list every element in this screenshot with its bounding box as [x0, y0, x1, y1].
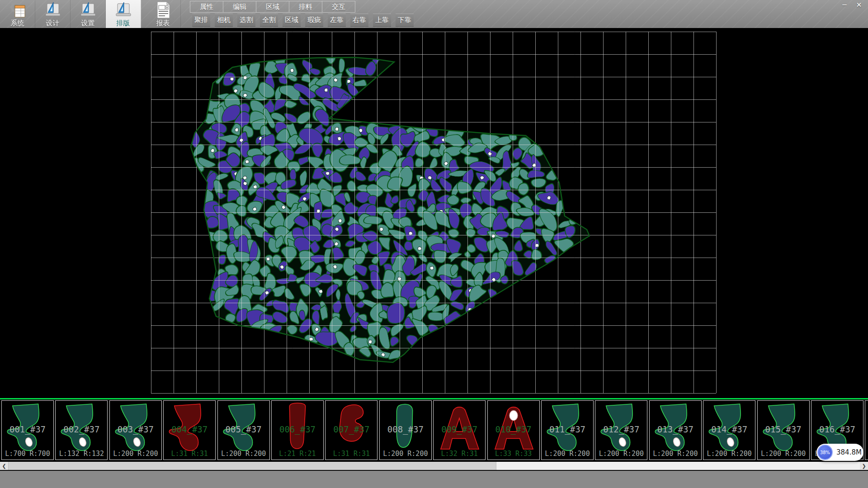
part-counts-label: L:200 R:200	[703, 450, 755, 458]
part-thumbnail-003[interactable]: 003_#37 L:200 R:200	[109, 400, 162, 460]
toolbar-button-5[interactable]: 报表	[146, 0, 181, 28]
part-counts-label: L:200 R:200	[380, 450, 431, 458]
menu-tab-3[interactable]: 区域	[256, 1, 289, 13]
part-name-label: 010_#37	[488, 424, 539, 434]
menu-tab-2[interactable]: 编辑	[223, 1, 256, 13]
nesting-canvas[interactable]	[0, 28, 868, 398]
part-counts-label: L:31 R:31	[164, 450, 215, 458]
strip-accent-line	[0, 398, 868, 399]
part-thumbnail-004[interactable]: 004_#37 L:31 R:31	[163, 400, 216, 460]
part-thumbnail-005[interactable]: 005_#37 L:200 R:200	[217, 400, 270, 460]
status-bar	[0, 470, 868, 488]
scrollbar-thumb[interactable]	[8, 462, 496, 470]
part-thumbnail-001[interactable]: 001_#37 L:700 R:700	[1, 400, 54, 460]
part-thumbnail-013[interactable]: 013_#37 L:200 R:200	[649, 400, 702, 460]
menu-tab-5[interactable]: 交互	[322, 1, 355, 13]
tool-button-1[interactable]: 聚排	[192, 14, 210, 27]
part-counts-label: L:200 R:200	[595, 450, 647, 458]
tool-button-8[interactable]: 右靠	[350, 14, 368, 27]
main-toolbar-buttons: 系统 设计 设置 排版	[0, 0, 181, 28]
toolbar-button-1[interactable]: 系统	[0, 0, 35, 28]
part-name-label: 004_#37	[164, 424, 215, 434]
part-name-label: 016_#37	[811, 424, 863, 434]
part-thumbnail-012[interactable]: 012_#37 L:200 R:200	[595, 400, 647, 460]
part-counts-label: L:200 R:200	[218, 450, 269, 458]
part-name-label: 007_#37	[326, 424, 377, 434]
menu-tabs: 属性编辑区域排料交互	[190, 1, 355, 13]
report-doc-icon	[154, 1, 172, 19]
toolbar-button-3[interactable]: 设置	[71, 0, 106, 28]
minimize-button[interactable]: ─	[837, 0, 852, 10]
part-counts-label: L:32 R:31	[434, 450, 485, 458]
tool-buttons-row: 聚排相机选割全割区域瑕疵左靠右靠上靠下靠	[192, 14, 418, 27]
part-counts-label: L:700 R:700	[2, 450, 53, 458]
part-name-label: 006_#37	[272, 424, 323, 434]
part-thumbnail-009[interactable]: 009_#37 L:32 R:31	[433, 400, 486, 460]
part-thumbnail-008[interactable]: 008_#37 L:200 R:200	[379, 400, 432, 460]
part-thumbnail-017[interactable]: 017_#37 L:200 R:200	[865, 400, 868, 460]
toolbar-button-label: 设计	[46, 19, 60, 28]
parts-strip: 001_#37 L:700 R:700 002_#37 L:132 R:132 …	[0, 398, 868, 462]
tool-button-7[interactable]: 左靠	[328, 14, 346, 27]
part-thumbnail-010[interactable]: 010_#37 L:33 R:33	[487, 400, 540, 460]
tool-button-6[interactable]: 瑕疵	[305, 14, 323, 27]
part-thumbnail-015[interactable]: 015_#37 L:200 R:200	[757, 400, 810, 460]
part-name-label: 001_#37	[2, 424, 53, 434]
progress-circle: 38%	[817, 445, 833, 460]
part-counts-label: L:200 R:200	[865, 450, 868, 458]
tool-button-5[interactable]: 区域	[283, 14, 301, 27]
part-thumbnail-006[interactable]: 006_#37 L:21 R:21	[271, 400, 324, 460]
part-counts-label: L:33 R:33	[488, 450, 539, 458]
part-name-label: 015_#37	[758, 424, 809, 434]
horizontal-scrollbar[interactable]: ❮ ❯	[0, 462, 868, 470]
part-counts-label: L:200 R:200	[542, 450, 593, 458]
part-name-label: 017_#37	[865, 424, 868, 434]
part-thumbnail-007[interactable]: 007_#37 L:31 R:31	[325, 400, 377, 460]
tool-button-2[interactable]: 相机	[215, 14, 233, 27]
toolbar-button-2[interactable]: 设计	[35, 0, 71, 28]
part-counts-label: L:200 R:200	[650, 450, 701, 458]
part-name-label: 011_#37	[542, 424, 593, 434]
part-thumbnail-002[interactable]: 002_#37 L:132 R:132	[55, 400, 108, 460]
tool-button-10[interactable]: 下靠	[396, 14, 414, 27]
design-ruler-icon	[44, 1, 62, 19]
part-name-label: 005_#37	[218, 424, 269, 434]
settings-ruler-icon	[79, 1, 97, 19]
part-name-label: 013_#37	[650, 424, 701, 434]
tool-button-9[interactable]: 上靠	[373, 14, 391, 27]
menu-tab-1[interactable]: 属性	[190, 1, 223, 13]
part-name-label: 008_#37	[380, 424, 431, 434]
menu-tab-4[interactable]: 排料	[289, 1, 322, 13]
toolbar-button-label: 报表	[156, 19, 170, 28]
tool-button-4[interactable]: 全割	[260, 14, 278, 27]
toolbar-button-4[interactable]: 排版	[106, 0, 141, 28]
layout-ruler-icon	[114, 1, 132, 19]
part-name-label: 014_#37	[703, 424, 755, 434]
scroll-right-arrow-icon[interactable]: ❯	[860, 462, 868, 470]
part-counts-label: L:21 R:21	[272, 450, 323, 458]
part-name-label: 012_#37	[595, 424, 647, 434]
toolbar-button-label: 设置	[81, 19, 95, 28]
part-thumbnail-011[interactable]: 011_#37 L:200 R:200	[541, 400, 594, 460]
memory-usage-label: 384.8M	[836, 448, 862, 456]
part-counts-label: L:132 R:132	[56, 450, 107, 458]
part-counts-label: L:31 R:31	[326, 450, 377, 458]
window-controls: ─ ✕	[837, 0, 866, 10]
tool-button-3[interactable]: 选割	[237, 14, 255, 27]
part-counts-label: L:200 R:200	[758, 450, 809, 458]
toolbar-button-label: 排版	[117, 19, 130, 28]
part-name-label: 003_#37	[110, 424, 161, 434]
close-button[interactable]: ✕	[852, 0, 866, 10]
scroll-left-arrow-icon[interactable]: ❮	[0, 462, 8, 470]
part-counts-label: L:200 R:200	[110, 450, 161, 458]
progress-percent: 38%	[820, 450, 830, 455]
part-name-label: 002_#37	[56, 424, 107, 434]
toolbar-button-label: 系统	[11, 19, 24, 28]
system-gear-icon	[9, 1, 27, 19]
part-name-label: 009_#37	[434, 424, 485, 434]
part-thumbnail-014[interactable]: 014_#37 L:200 R:200	[703, 400, 755, 460]
top-toolbar: 系统 设计 设置 排版	[0, 0, 868, 28]
memory-status-pill: 38% 384.8M	[816, 444, 863, 461]
